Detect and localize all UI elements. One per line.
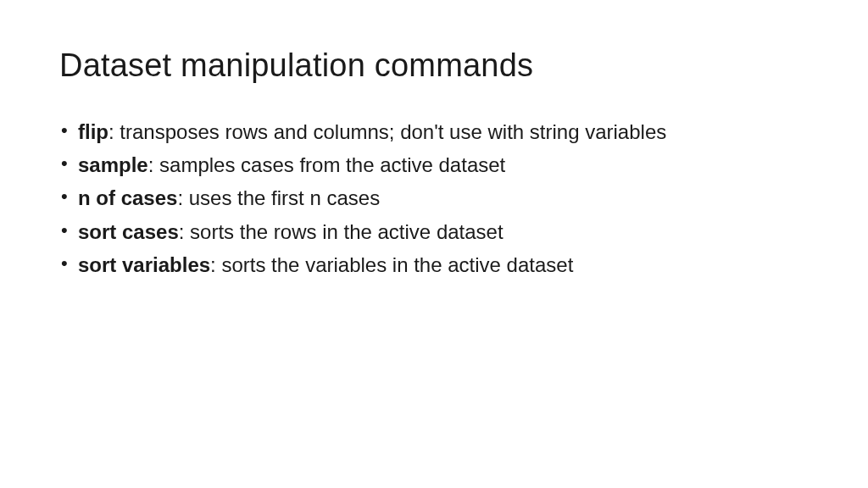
list-item: n of cases: uses the first n cases	[59, 182, 809, 214]
description: : uses the first n cases	[177, 186, 380, 209]
description: : transposes rows and columns; don't use…	[108, 120, 666, 143]
list-item: sample: samples cases from the active da…	[59, 149, 809, 180]
term: sample	[78, 153, 148, 176]
list-item: sort cases: sorts the rows in the active…	[59, 216, 809, 247]
description: : sorts the rows in the active dataset	[179, 220, 504, 243]
list-item: flip: transposes rows and columns; don't…	[59, 116, 809, 147]
description: : samples cases from the active dataset	[148, 153, 506, 176]
bullet-list: flip: transposes rows and columns; don't…	[59, 116, 809, 280]
term: n of cases	[78, 186, 177, 209]
term: sort variables	[78, 253, 210, 276]
description: : sorts the variables in the active data…	[210, 253, 573, 276]
list-item: sort variables: sorts the variables in t…	[59, 249, 809, 280]
term: flip	[78, 120, 108, 143]
slide-title: Dataset manipulation commands	[59, 47, 809, 84]
term: sort cases	[78, 220, 179, 243]
